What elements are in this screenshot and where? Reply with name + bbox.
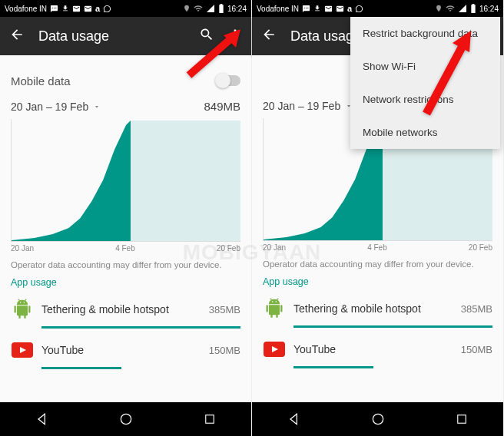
svg-point-1 bbox=[234, 29, 237, 31]
mms-icon bbox=[50, 5, 58, 13]
signal-icon bbox=[458, 4, 467, 13]
overflow-menu-icon[interactable] bbox=[228, 28, 242, 45]
back-icon[interactable] bbox=[261, 27, 277, 45]
download-icon bbox=[313, 5, 321, 12]
xaxis-mid: 4 Feb bbox=[115, 244, 135, 253]
android-icon bbox=[263, 297, 286, 320]
mobile-data-toggle[interactable] bbox=[217, 75, 240, 86]
overflow-popup-menu: Restrict background data Show Wi-Fi Netw… bbox=[350, 17, 500, 149]
svg-rect-6 bbox=[205, 415, 214, 424]
phone-screenshot-right: Vodafone IN a bbox=[252, 0, 504, 436]
nav-home-icon[interactable] bbox=[118, 411, 134, 428]
menu-network-restrictions[interactable]: Network restrictions bbox=[350, 83, 500, 116]
wifi-icon bbox=[194, 4, 203, 13]
nav-home-icon[interactable] bbox=[370, 411, 386, 428]
location-icon bbox=[435, 5, 443, 12]
app-row-youtube[interactable]: YouTube 150MB bbox=[11, 333, 240, 367]
status-bar: Vodafone IN a bbox=[0, 0, 251, 17]
wifi-icon bbox=[446, 4, 455, 13]
xaxis-mid: 4 Feb bbox=[367, 243, 387, 252]
app-name: YouTube bbox=[293, 343, 453, 355]
xaxis-end: 20 Feb bbox=[217, 244, 240, 253]
menu-show-wifi[interactable]: Show Wi-Fi bbox=[350, 50, 500, 83]
app-size: 385MB bbox=[209, 304, 240, 315]
amazon-icon: a bbox=[95, 4, 100, 13]
nav-recent-icon[interactable] bbox=[453, 411, 470, 428]
xaxis-start: 20 Jan bbox=[263, 243, 286, 252]
mms-icon bbox=[302, 5, 310, 13]
progress-bar bbox=[41, 367, 240, 369]
youtube-icon bbox=[11, 339, 34, 362]
svg-point-5 bbox=[121, 414, 131, 424]
svg-rect-0 bbox=[220, 7, 223, 12]
battery-icon bbox=[470, 4, 476, 13]
period-dropdown[interactable]: 20 Jan – 19 Feb bbox=[263, 100, 353, 112]
svg-point-3 bbox=[234, 38, 237, 40]
chart-xaxis: 20 Jan 4 Feb 20 Feb bbox=[263, 243, 492, 252]
app-name: Tethering & mobile hotspot bbox=[41, 303, 201, 315]
svg-point-2 bbox=[234, 34, 237, 36]
app-size: 150MB bbox=[461, 344, 492, 355]
nav-recent-icon[interactable] bbox=[201, 411, 218, 428]
app-size: 150MB bbox=[209, 345, 240, 356]
xaxis-end: 20 Feb bbox=[469, 243, 492, 252]
app-usage-header: App usage bbox=[263, 276, 492, 287]
amazon-icon: a bbox=[347, 4, 352, 13]
progress-bar bbox=[41, 326, 240, 329]
mail-icon bbox=[72, 5, 81, 13]
search-icon[interactable] bbox=[199, 27, 214, 45]
disclaimer-text: Operator data accounting may differ from… bbox=[11, 260, 240, 269]
android-icon bbox=[11, 298, 34, 321]
whatsapp-icon bbox=[355, 5, 363, 13]
nav-bar bbox=[252, 402, 503, 436]
period-row[interactable]: 20 Jan – 19 Feb 849MB bbox=[11, 100, 240, 113]
period-dropdown[interactable]: 20 Jan – 19 Feb bbox=[11, 101, 101, 113]
period-label: 20 Jan – 19 Feb bbox=[263, 100, 340, 112]
app-row-tethering[interactable]: Tethering & mobile hotspot 385MB bbox=[263, 292, 492, 325]
content-area: Mobile data 20 Jan – 19 Feb 849MB 20 Jan… bbox=[0, 55, 251, 402]
mail-icon-2 bbox=[336, 5, 344, 13]
xaxis-start: 20 Jan bbox=[11, 244, 34, 253]
app-name: Tethering & mobile hotspot bbox=[293, 302, 453, 315]
nav-bar bbox=[0, 402, 251, 436]
mobile-data-row[interactable]: Mobile data bbox=[11, 64, 240, 97]
location-icon bbox=[183, 5, 191, 12]
app-name: YouTube bbox=[41, 344, 201, 356]
app-bar: Data usage bbox=[0, 17, 251, 55]
svg-rect-10 bbox=[457, 415, 466, 424]
clock-label: 16:24 bbox=[227, 5, 247, 13]
clock-label: 16:24 bbox=[479, 5, 499, 13]
total-usage: 849MB bbox=[204, 100, 240, 113]
svg-rect-7 bbox=[472, 7, 475, 12]
progress-bar bbox=[293, 325, 492, 328]
app-size: 385MB bbox=[461, 303, 492, 315]
download-icon bbox=[61, 5, 69, 12]
phone-screenshot-left: Vodafone IN a bbox=[0, 0, 252, 436]
youtube-icon bbox=[263, 338, 286, 361]
svg-point-9 bbox=[373, 414, 383, 424]
disclaimer-text: Operator data accounting may differ from… bbox=[263, 259, 492, 269]
period-label: 20 Jan – 19 Feb bbox=[11, 101, 88, 113]
whatsapp-icon bbox=[103, 5, 111, 13]
app-usage-header: App usage bbox=[11, 277, 240, 288]
app-row-tethering[interactable]: Tethering & mobile hotspot 385MB bbox=[11, 292, 240, 326]
nav-back-icon[interactable] bbox=[286, 411, 303, 428]
back-icon[interactable] bbox=[9, 27, 25, 45]
carrier-label: Vodafone IN bbox=[5, 5, 47, 13]
carrier-label: Vodafone IN bbox=[257, 5, 299, 13]
nav-back-icon[interactable] bbox=[34, 411, 51, 428]
battery-icon bbox=[218, 4, 224, 13]
mobile-data-label: Mobile data bbox=[11, 74, 71, 88]
mail-icon bbox=[324, 5, 333, 13]
status-bar: Vodafone IN a bbox=[252, 0, 503, 17]
menu-restrict-background[interactable]: Restrict background data bbox=[350, 17, 500, 50]
chart-xaxis: 20 Jan 4 Feb 20 Feb bbox=[11, 244, 240, 253]
app-row-youtube[interactable]: YouTube 150MB bbox=[263, 332, 492, 366]
mail-icon-2 bbox=[84, 5, 92, 13]
progress-bar bbox=[293, 366, 492, 368]
usage-chart bbox=[11, 119, 240, 242]
signal-icon bbox=[206, 4, 215, 13]
chevron-down-icon bbox=[93, 103, 101, 111]
menu-mobile-networks[interactable]: Mobile networks bbox=[350, 116, 500, 149]
page-title: Data usage bbox=[38, 28, 109, 45]
